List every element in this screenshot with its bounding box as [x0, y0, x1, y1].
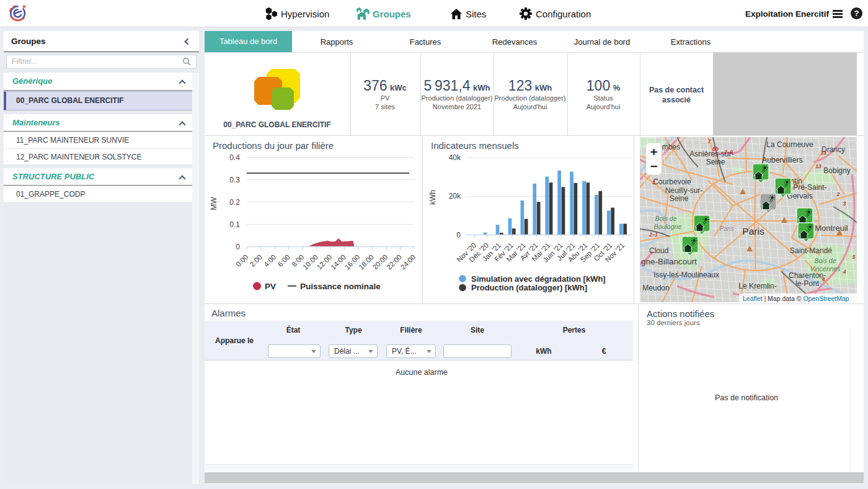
svg-text:0: 0 [456, 231, 461, 240]
svg-text:0.1: 0.1 [229, 220, 240, 229]
svg-text:Leaflet | Map data © OpenStree: Leaflet | Map data © OpenStreetMap [743, 295, 849, 302]
svg-text:2–9: 2–9 [724, 149, 733, 155]
svg-text:Courbevoie: Courbevoie [653, 177, 691, 186]
svg-text:5: 5 [852, 254, 856, 260]
svg-text:20:00: 20:00 [371, 253, 389, 271]
svg-text:Puissance nominale: Puissance nominale [300, 282, 381, 291]
svg-text:Vincennes: Vincennes [810, 265, 841, 272]
svg-text:3: 3 [652, 179, 655, 186]
svg-text:0: 0 [236, 243, 240, 251]
svg-text:Bobigny: Bobigny [823, 166, 850, 175]
svg-text:2–1: 2–1 [649, 231, 658, 238]
svg-text:40k: 40k [449, 153, 461, 162]
svg-text:La Courneuve: La Courneuve [766, 140, 813, 149]
svg-text:Bois de: Bois de [814, 257, 836, 264]
svg-text:−: − [650, 159, 658, 173]
svg-text:2: 2 [836, 191, 840, 197]
svg-text:8b: 8b [712, 146, 719, 152]
svg-text:Saint-Mandé: Saint-Mandé [790, 246, 832, 255]
svg-text:Charenton-: Charenton- [789, 271, 826, 280]
svg-text:Boulogne: Boulogne [654, 223, 682, 230]
svg-text:0:00: 0:00 [234, 253, 249, 268]
svg-text:Paris: Paris [742, 226, 764, 236]
svg-text:4:00: 4:00 [262, 253, 277, 268]
svg-text:Issy-les-Moulineaux: Issy-les-Moulineaux [653, 271, 719, 279]
svg-text:Production (datalogger) [kWh]: Production (datalogger) [kWh] [471, 283, 587, 292]
svg-text:20k: 20k [449, 192, 461, 200]
svg-text:Seine: Seine [706, 158, 725, 166]
svg-text:Cloud: Cloud [649, 246, 668, 255]
svg-text:22:00: 22:00 [385, 253, 403, 271]
svg-text:4: 4 [822, 276, 825, 282]
svg-text:Simulation avec dégradation [k: Simulation avec dégradation [kWh] [471, 274, 606, 284]
svg-text:Bois de: Bois de [655, 215, 676, 222]
svg-text:Paris: Paris [720, 225, 734, 232]
svg-text:Neuilly-sur-: Neuilly-sur- [665, 186, 703, 195]
svg-text:18:00: 18:00 [357, 253, 375, 271]
svg-text:10:00: 10:00 [301, 253, 319, 271]
svg-text:Seine: Seine [670, 194, 689, 203]
svg-text:Indicateurs mensuels: Indicateurs mensuels [431, 140, 519, 151]
svg-text:24:00: 24:00 [399, 253, 417, 271]
svg-text:13: 13 [815, 163, 822, 169]
svg-text:2:00: 2:00 [249, 253, 264, 268]
svg-text:Meudon: Meudon [642, 284, 669, 292]
svg-text:Productions du jour par filièr: Productions du jour par filière [213, 140, 334, 151]
svg-text:14:00: 14:00 [329, 253, 347, 271]
svg-text:Montreuil: Montreuil [815, 223, 848, 233]
svg-text:Le Kremlin-: Le Kremlin- [738, 282, 776, 290]
svg-text:3: 3 [843, 200, 846, 207]
svg-text:PV: PV [265, 282, 276, 291]
svg-text:4: 4 [843, 269, 846, 275]
svg-text:+: + [650, 145, 658, 159]
svg-text:13: 13 [820, 150, 826, 156]
svg-text:0.2: 0.2 [229, 198, 240, 207]
svg-text:16:00: 16:00 [343, 253, 361, 271]
svg-text:12:00: 12:00 [316, 253, 334, 271]
svg-text:gne-Billancourt: gne-Billancourt [641, 257, 697, 266]
svg-text:MW: MW [210, 197, 218, 210]
svg-text:6:00: 6:00 [277, 253, 291, 268]
svg-text:Aubervilliers: Aubervilliers [762, 156, 802, 164]
svg-text:0.3: 0.3 [229, 176, 240, 184]
svg-text:0.4: 0.4 [229, 153, 240, 162]
svg-text:kWh: kWh [428, 190, 437, 205]
svg-text:le-Pont: le-Pont [795, 279, 820, 288]
